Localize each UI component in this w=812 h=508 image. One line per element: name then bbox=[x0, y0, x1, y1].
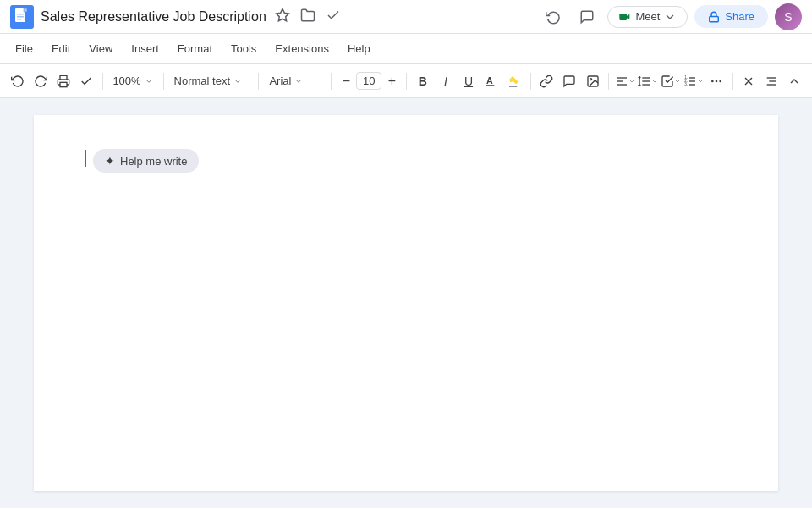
svg-rect-13 bbox=[509, 86, 517, 86]
text-cursor bbox=[85, 150, 86, 167]
svg-rect-8 bbox=[620, 14, 628, 20]
line-spacing-button[interactable] bbox=[637, 69, 658, 93]
doc-title: Sales Representative Job Description bbox=[41, 9, 266, 25]
toolbar: 100% Normal text Arial − + B I U bbox=[0, 64, 812, 98]
clear-formatting-button[interactable] bbox=[738, 69, 759, 93]
checklist-button[interactable] bbox=[660, 69, 681, 93]
divider-2 bbox=[163, 73, 164, 90]
svg-point-15 bbox=[590, 78, 591, 80]
font-select[interactable]: Arial bbox=[264, 73, 326, 89]
history-icon-btn[interactable] bbox=[540, 3, 567, 30]
svg-rect-2 bbox=[24, 8, 27, 12]
menu-insert[interactable]: Insert bbox=[123, 39, 167, 58]
user-avatar[interactable]: S bbox=[775, 3, 802, 30]
link-button[interactable] bbox=[536, 69, 557, 93]
divider-5 bbox=[406, 73, 407, 90]
insert-image-button[interactable] bbox=[582, 69, 603, 93]
move-icon[interactable] bbox=[299, 6, 317, 28]
svg-rect-4 bbox=[17, 14, 24, 15]
title-bar-right: Meet Share S bbox=[540, 3, 802, 30]
divider-7 bbox=[608, 73, 609, 90]
divider-8 bbox=[732, 73, 733, 90]
undo-button[interactable] bbox=[7, 69, 28, 93]
svg-rect-12 bbox=[486, 85, 494, 86]
highlight-button[interactable] bbox=[504, 69, 525, 93]
menu-bar: File Edit View Insert Format Tools Exten… bbox=[0, 34, 812, 64]
italic-button[interactable]: I bbox=[435, 69, 456, 93]
italic-label: I bbox=[444, 75, 447, 88]
font-size-decrease[interactable]: − bbox=[337, 72, 355, 91]
font-size-container: − + bbox=[337, 72, 401, 91]
title-bar-left: Sales Representative Job Description bbox=[10, 5, 540, 29]
menu-edit[interactable]: Edit bbox=[43, 39, 79, 58]
cursor-line: ✦ Help me write bbox=[85, 149, 727, 173]
divider-6 bbox=[530, 73, 531, 90]
help-write-label: Help me write bbox=[120, 155, 187, 168]
meet-button-label: Meet bbox=[635, 10, 660, 23]
document-area: ✦ Help me write bbox=[0, 98, 812, 508]
docs-icon bbox=[10, 5, 34, 29]
format-options-button[interactable] bbox=[761, 69, 782, 93]
numbered-list-button[interactable]: 1. 2. 3. bbox=[683, 69, 704, 93]
svg-text:3.: 3. bbox=[684, 82, 688, 86]
menu-file[interactable]: File bbox=[7, 39, 41, 58]
document-page: ✦ Help me write bbox=[34, 115, 778, 491]
avatar-initial: S bbox=[784, 10, 792, 24]
zoom-value: 100% bbox=[112, 75, 140, 87]
font-size-input[interactable] bbox=[356, 72, 381, 90]
font-size-increase[interactable]: + bbox=[382, 72, 401, 91]
svg-rect-5 bbox=[17, 16, 24, 18]
meet-button[interactable]: Meet bbox=[607, 6, 688, 28]
spellcheck-button[interactable] bbox=[75, 69, 96, 93]
star-icon[interactable] bbox=[273, 6, 292, 28]
divider-1 bbox=[102, 73, 103, 90]
zoom-select[interactable]: 100% bbox=[107, 73, 157, 89]
svg-marker-7 bbox=[276, 8, 288, 20]
share-button-label: Share bbox=[725, 10, 754, 23]
sparkle-icon: ✦ bbox=[105, 154, 115, 168]
svg-point-29 bbox=[711, 80, 714, 82]
svg-text:A: A bbox=[486, 75, 493, 86]
add-comment-button[interactable] bbox=[559, 69, 580, 93]
svg-rect-9 bbox=[710, 16, 719, 21]
svg-point-31 bbox=[719, 80, 721, 82]
comment-icon-btn[interactable] bbox=[573, 3, 601, 30]
print-button[interactable] bbox=[52, 69, 74, 93]
underline-button[interactable]: U bbox=[458, 69, 479, 93]
align-button[interactable] bbox=[614, 69, 635, 93]
more-formatting-button[interactable] bbox=[705, 69, 727, 93]
menu-tools[interactable]: Tools bbox=[222, 39, 265, 58]
collapse-toolbar-button[interactable] bbox=[784, 69, 805, 93]
help-me-write-button[interactable]: ✦ Help me write bbox=[93, 149, 199, 173]
svg-rect-6 bbox=[17, 19, 21, 20]
menu-help[interactable]: Help bbox=[339, 39, 379, 58]
style-select[interactable]: Normal text bbox=[169, 73, 254, 89]
svg-point-30 bbox=[716, 80, 718, 82]
divider-4 bbox=[331, 73, 332, 90]
underline-label: U bbox=[464, 75, 473, 88]
menu-extensions[interactable]: Extensions bbox=[266, 39, 337, 58]
redo-button[interactable] bbox=[30, 69, 51, 93]
font-value: Arial bbox=[269, 75, 291, 87]
share-button[interactable]: Share bbox=[694, 5, 768, 28]
menu-view[interactable]: View bbox=[80, 39, 121, 58]
svg-rect-10 bbox=[60, 82, 67, 86]
style-value: Normal text bbox=[174, 75, 230, 87]
bold-label: B bbox=[419, 75, 427, 88]
divider-3 bbox=[258, 73, 259, 90]
title-bar: Sales Representative Job Description bbox=[0, 0, 812, 34]
menu-format[interactable]: Format bbox=[169, 39, 221, 58]
bold-button[interactable]: B bbox=[412, 69, 433, 93]
cloud-saved-icon[interactable] bbox=[324, 6, 343, 28]
text-color-button[interactable]: A bbox=[481, 69, 502, 93]
